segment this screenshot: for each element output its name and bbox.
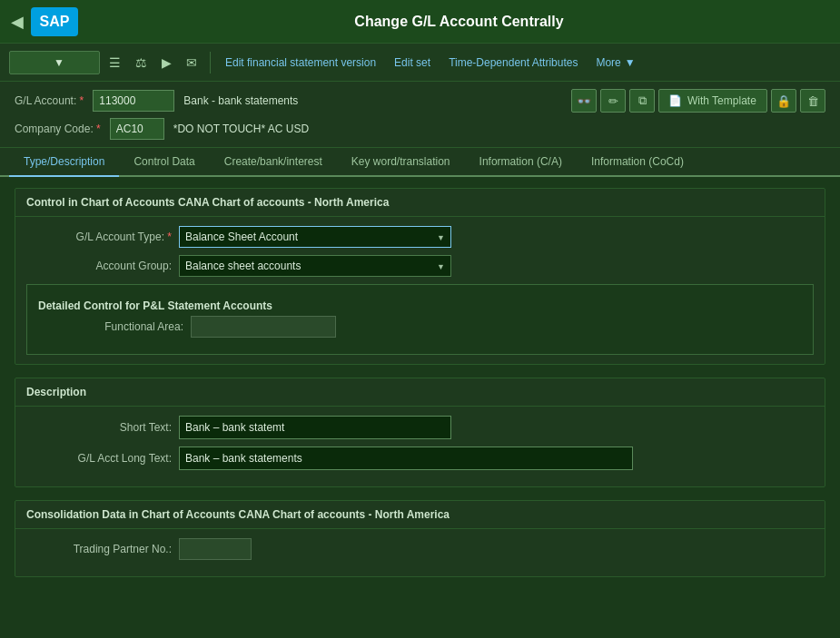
delete-icon-btn[interactable]: 🗑 (800, 89, 825, 113)
functional-area-label: Functional Area: (38, 320, 183, 333)
tab-type-description[interactable]: Type/Description (9, 148, 119, 177)
template-label: With Template (687, 94, 756, 107)
gl-account-description: Bank - bank statements (183, 94, 298, 107)
page-title: Change G/L Account Centrally (89, 14, 829, 30)
account-group-select[interactable]: Balance sheet accounts (179, 255, 451, 277)
dropdown-label (17, 56, 54, 69)
company-code-label: Company Code: (15, 123, 101, 135)
functional-area-input[interactable] (191, 316, 336, 338)
back-button[interactable]: ◀ (11, 12, 24, 32)
gl-account-row: G/L Account: Bank - bank statements 👓 ✏ … (15, 89, 825, 113)
short-text-row: Short Text: (26, 416, 814, 439)
company-code-description: *DO NOT TOUCH* AC USD (173, 123, 309, 135)
gl-account-input[interactable] (93, 90, 174, 112)
gl-account-type-row: G/L Account Type: Balance Sheet Account (26, 226, 814, 248)
tab-control-data[interactable]: Control Data (119, 148, 209, 177)
chart-section-body: G/L Account Type: Balance Sheet Account … (15, 217, 825, 364)
gl-account-type-label: G/L Account Type: (26, 231, 172, 243)
company-code-row: Company Code: *DO NOT TOUCH* AC USD (15, 118, 825, 140)
account-group-row: Account Group: Balance sheet accounts (26, 255, 814, 277)
gl-account-type-select[interactable]: Balance Sheet Account (179, 226, 451, 248)
company-code-input[interactable] (110, 118, 164, 140)
functional-area-row: Functional Area: (38, 316, 802, 338)
detailed-control-subsection: Detailed Control for P&L Statement Accou… (26, 284, 814, 355)
toolbar-dropdown[interactable]: ▼ (9, 51, 100, 74)
app-header: ◀ SAP Change G/L Account Centrally (0, 0, 840, 44)
toolbar-scale-icon[interactable]: ⚖ (130, 53, 153, 73)
dropdown-chevron-icon: ▼ (54, 56, 64, 69)
edit-icon-btn[interactable]: ✏ (600, 89, 626, 113)
more-chevron-icon: ▼ (625, 56, 636, 69)
template-button[interactable]: 📄 With Template (658, 89, 767, 113)
detailed-control-header: Detailed Control for P&L Statement Accou… (38, 294, 802, 316)
long-text-label: G/L Acct Long Text: (26, 452, 172, 465)
gl-account-type-chevron-icon (437, 231, 445, 243)
sap-logo: SAP (31, 7, 78, 36)
description-section-header: Description (15, 378, 825, 407)
tab-keyword-translation[interactable]: Key word/translation (337, 148, 465, 177)
description-section-body: Short Text: G/L Acct Long Text: (15, 407, 825, 486)
gl-account-label: G/L Account: (15, 94, 84, 107)
chart-section-header: Control in Chart of Accounts CANA Chart … (15, 189, 825, 217)
toolbar-envelope-icon[interactable]: ✉ (181, 53, 203, 73)
more-button[interactable]: More ▼ (588, 54, 642, 72)
consolidation-section-body: Trading Partner No.: (15, 529, 825, 576)
tab-create-bank-interest[interactable]: Create/bank/interest (210, 148, 337, 177)
trading-partner-input[interactable] (179, 538, 252, 560)
glasses-icon-btn[interactable]: 👓 (571, 89, 597, 113)
toolbar-nav-icon1[interactable]: ☰ (104, 53, 126, 73)
lock-icon-btn[interactable]: 🔒 (771, 89, 796, 113)
edit-fs-version-link[interactable]: Edit financial statement version (218, 54, 383, 72)
consolidation-section: Consolidation Data in Chart of Accounts … (15, 500, 825, 577)
trading-partner-row: Trading Partner No.: (26, 538, 814, 560)
main-content: Control in Chart of Accounts CANA Chart … (0, 177, 840, 601)
consolidation-section-header: Consolidation Data in Chart of Accounts … (15, 501, 825, 529)
short-text-label: Short Text: (26, 421, 172, 434)
tab-bar: Type/Description Control Data Create/ban… (0, 148, 840, 177)
toolbar-forward-icon[interactable]: ▶ (156, 53, 177, 73)
description-section: Description Short Text: G/L Acct Long Te… (15, 378, 825, 487)
tab-information-cocd[interactable]: Information (CoCd) (577, 148, 698, 177)
time-dependent-link[interactable]: Time-Dependent Attributes (441, 54, 585, 72)
account-group-label: Account Group: (26, 260, 172, 272)
short-text-input[interactable] (179, 416, 451, 439)
template-page-icon: 📄 (668, 94, 682, 107)
trading-partner-label: Trading Partner No.: (26, 543, 172, 555)
tab-information-ca[interactable]: Information (C/A) (465, 148, 577, 177)
account-group-chevron-icon (437, 260, 445, 272)
account-group-value: Balance sheet accounts (185, 260, 301, 272)
edit-set-link[interactable]: Edit set (387, 54, 438, 72)
chart-of-accounts-section: Control in Chart of Accounts CANA Chart … (15, 188, 825, 365)
gl-account-type-value: Balance Sheet Account (185, 231, 298, 243)
account-info-section: G/L Account: Bank - bank statements 👓 ✏ … (0, 82, 840, 148)
long-text-input[interactable] (179, 447, 633, 470)
long-text-row: G/L Acct Long Text: (26, 447, 814, 470)
copy-icon-btn[interactable]: ⧉ (629, 89, 655, 113)
toolbar: ▼ ☰ ⚖ ▶ ✉ Edit financial statement versi… (0, 44, 840, 82)
toolbar-separator (210, 52, 211, 74)
action-buttons: 👓 ✏ ⧉ 📄 With Template 🔒 🗑 (571, 89, 825, 113)
